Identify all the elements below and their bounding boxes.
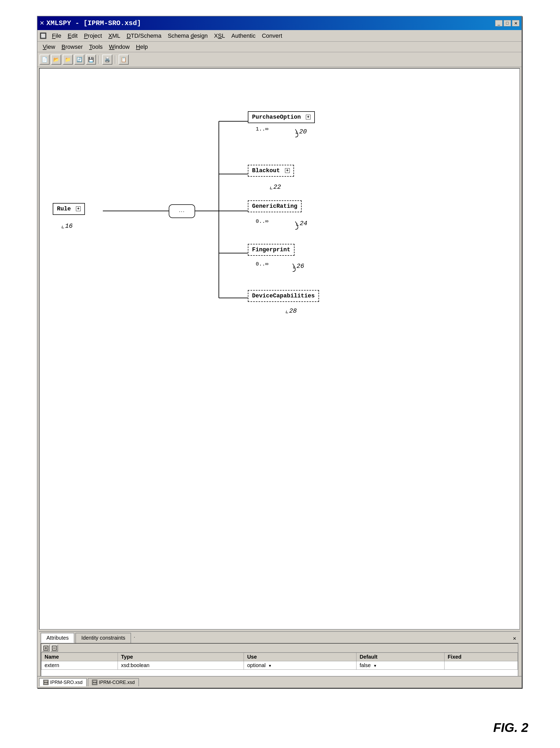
- new-button[interactable]: 📄: [40, 54, 50, 65]
- menu-xml[interactable]: XML: [105, 31, 123, 40]
- open2-button[interactable]: 📁: [63, 54, 73, 65]
- ref-16: ⌞16: [61, 221, 73, 230]
- attrs-toolbar: [41, 644, 518, 653]
- menu-browser[interactable]: Browser: [58, 43, 86, 51]
- page: ✕ XMLSPY - [IPRM-SRO.xsd] _ □ ✕ 🔲 File E…: [0, 0, 560, 748]
- menu-tools[interactable]: Tools: [86, 43, 106, 51]
- schema-canvas: Rule + ⌞16 ··· PurchaseOption + 1..∞: [40, 69, 519, 629]
- col-name: Name: [41, 653, 118, 661]
- file-tabs: RSD IPRM-SRO.xsd RSD IPRM-CORE.xsd: [38, 676, 521, 687]
- ref-22: ⌞22: [269, 182, 281, 191]
- menu-project[interactable]: Project: [81, 31, 105, 40]
- menu-edit[interactable]: Edit: [64, 31, 81, 40]
- menu-bar: 🔲 File Edit Project XML DTD/Schema Schem…: [38, 30, 521, 42]
- close-button[interactable]: ✕: [512, 20, 519, 26]
- sub-menu-bar: View Browser Tools Window Help: [38, 42, 521, 52]
- copy-button[interactable]: 📋: [119, 54, 129, 65]
- add-row-icon: [43, 646, 48, 651]
- cell-use[interactable]: optional ▼: [244, 661, 356, 670]
- tab-identity-constraints[interactable]: Identity constraints: [75, 633, 131, 643]
- save-button[interactable]: 💾: [86, 54, 96, 65]
- delete-row-icon: [52, 646, 57, 651]
- device-capabilities-node[interactable]: DeviceCapabilities: [248, 290, 319, 302]
- fingerprint-label: Fingerprint: [252, 247, 290, 253]
- table-row[interactable]: extern xsd:boolean optional ▼ false ▼: [41, 661, 518, 670]
- col-use: Use: [244, 653, 356, 661]
- title-bar: ✕ XMLSPY - [IPRM-SRO.xsd] _ □ ✕: [38, 16, 521, 30]
- attributes-table: Name Type Use Default Fixed extern xsd:b…: [41, 653, 518, 670]
- tab-attributes[interactable]: Attributes: [41, 633, 74, 643]
- generic-rating-mult: 0..∞: [256, 218, 269, 225]
- purchase-option-expand[interactable]: +: [306, 115, 310, 119]
- cell-fixed: [444, 661, 517, 670]
- blackout-expand[interactable]: +: [285, 168, 290, 173]
- col-type: Type: [118, 653, 244, 661]
- purchase-option-node[interactable]: PurchaseOption +: [248, 111, 315, 123]
- attributes-table-container: Name Type Use Default Fixed extern xsd:b…: [41, 643, 518, 680]
- file-tab-sro[interactable]: RSD IPRM-SRO.xsd: [39, 678, 87, 686]
- restore-button[interactable]: □: [504, 20, 511, 26]
- file-tab-core[interactable]: RSD IPRM-CORE.xsd: [88, 678, 139, 686]
- fingerprint-node[interactable]: Fingerprint: [248, 244, 295, 256]
- menu-help[interactable]: Help: [133, 43, 151, 51]
- blackout-label: Blackout: [252, 167, 280, 174]
- minimize-button[interactable]: _: [495, 20, 503, 26]
- svg-text:RSD: RSD: [44, 682, 48, 683]
- reload-button[interactable]: 🔄: [74, 54, 84, 65]
- rule-expand[interactable]: +: [76, 207, 81, 211]
- bottom-tabs: Attributes Identity constraints ·: [41, 633, 137, 643]
- connector-box: ···: [169, 204, 195, 218]
- toolbar-separator-1: [99, 55, 100, 64]
- main-window: ✕ XMLSPY - [IPRM-SRO.xsd] _ □ ✕ 🔲 File E…: [37, 16, 522, 688]
- cell-default[interactable]: false ▼: [356, 661, 444, 670]
- open-button[interactable]: 📂: [51, 54, 61, 65]
- tab-dot: ·: [132, 633, 137, 643]
- col-fixed: Fixed: [444, 653, 517, 661]
- cell-name: extern: [41, 661, 118, 670]
- file-tab-core-label: IPRM-CORE.xsd: [99, 680, 135, 685]
- col-default: Default: [356, 653, 444, 661]
- blackout-node[interactable]: Blackout +: [248, 165, 294, 177]
- menu-convert[interactable]: Convert: [259, 31, 285, 40]
- ref-28: ⌞28: [285, 306, 297, 315]
- figure-label: FIG. 2: [493, 720, 528, 735]
- file-icon-core: RSD: [92, 680, 97, 685]
- panel-close-button[interactable]: ×: [511, 634, 518, 643]
- rsd-icon-2: RSD: [93, 680, 97, 684]
- svg-text:RSD: RSD: [93, 682, 97, 683]
- generic-rating-label: GenericRating: [252, 203, 297, 210]
- menu-xsl[interactable]: XSL: [211, 31, 228, 40]
- connector-dots: ···: [179, 208, 185, 214]
- ref-26: ⌞26: [292, 261, 304, 270]
- print-button[interactable]: 🖨️: [102, 54, 112, 65]
- file-tab-sro-label: IPRM-SRO.xsd: [50, 680, 83, 685]
- menu-dtd[interactable]: DTD/Schema: [123, 31, 165, 40]
- fingerprint-mult: 0..∞: [256, 261, 269, 267]
- device-capabilities-label: DeviceCapabilities: [252, 293, 315, 299]
- use-dropdown-arrow[interactable]: ▼: [268, 663, 272, 668]
- app-icon: ✕: [40, 20, 44, 27]
- schema-doc-area: Rule + ⌞16 ··· PurchaseOption + 1..∞: [39, 68, 520, 630]
- purchase-option-label: PurchaseOption: [252, 114, 301, 120]
- default-dropdown-arrow[interactable]: ▼: [373, 663, 377, 668]
- generic-rating-node[interactable]: GenericRating: [248, 201, 302, 212]
- menu-authentic[interactable]: Authentic: [228, 31, 259, 40]
- purchase-option-mult: 1..∞: [256, 126, 269, 132]
- rule-label: Rule: [57, 206, 71, 212]
- file-icon-sro: RSD: [43, 680, 48, 685]
- toolbar: 📄 📂 📁 🔄 💾 🖨️ 📋 🗗 🗖 ✕: [38, 52, 521, 67]
- menu-view[interactable]: View: [40, 43, 58, 51]
- attrs-delete-row-button[interactable]: [51, 645, 58, 652]
- menu-window[interactable]: Window: [106, 43, 133, 51]
- app-menu-icon: 🔲: [40, 32, 47, 39]
- rule-node[interactable]: Rule +: [53, 203, 85, 215]
- menu-file[interactable]: File: [49, 31, 64, 40]
- menu-schema-design[interactable]: Schema design: [165, 31, 211, 40]
- ref-24: ⌞24: [295, 218, 307, 227]
- schema-connections: [40, 69, 519, 629]
- cell-type: xsd:boolean: [118, 661, 244, 670]
- title-bar-controls: _ □ ✕: [495, 20, 519, 26]
- attrs-add-row-button[interactable]: [42, 645, 50, 652]
- ref-20: ⌞20: [295, 126, 307, 136]
- window-title: XMLSPY - [IPRM-SRO.xsd]: [46, 19, 495, 27]
